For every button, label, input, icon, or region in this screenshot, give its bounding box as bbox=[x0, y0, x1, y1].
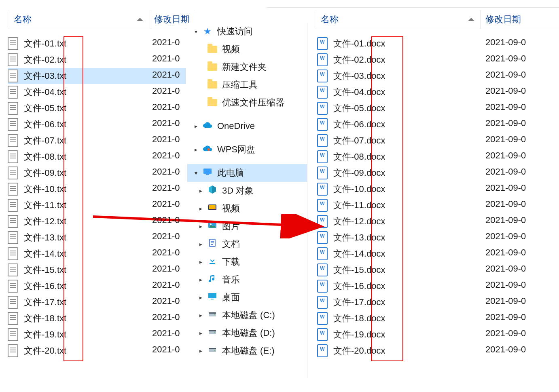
disk-drive-icon bbox=[208, 309, 217, 321]
file-name: 文件-08.txt bbox=[24, 151, 66, 163]
file-date: 2021-0 bbox=[152, 247, 180, 258]
chevron-right-icon[interactable]: ▸ bbox=[196, 222, 205, 231]
pictures-icon bbox=[208, 220, 217, 232]
txt-file-icon bbox=[8, 183, 18, 195]
docx-file-icon bbox=[317, 54, 328, 66]
txt-file-icon bbox=[8, 86, 18, 98]
chevron-right-icon[interactable]: ▸ bbox=[196, 186, 205, 195]
txt-file-icon bbox=[8, 167, 18, 179]
chevron-right-icon[interactable]: ▸ bbox=[196, 346, 205, 355]
tree-item[interactable]: ▸视频 bbox=[187, 200, 307, 217]
docx-file-icon bbox=[317, 102, 328, 114]
chevron-right-icon[interactable]: ▸ bbox=[196, 311, 205, 320]
tree-item-label: 快速访问 bbox=[217, 25, 253, 38]
column-header-label: 修改日期 bbox=[154, 13, 190, 25]
file-name: 文件-08.docx bbox=[333, 151, 385, 163]
disk-drive-icon bbox=[208, 345, 217, 357]
file-date: 2021-0 bbox=[152, 312, 180, 322]
file-name: 文件-16.docx bbox=[333, 280, 385, 292]
tree-item[interactable]: ▸3D 对象 bbox=[187, 182, 307, 200]
music-icon bbox=[208, 274, 217, 286]
desktop-icon bbox=[208, 291, 217, 303]
tree-item-label: 下载 bbox=[222, 256, 240, 268]
txt-file-icon bbox=[8, 232, 18, 244]
svg-rect-18 bbox=[209, 330, 216, 331]
column-header-name-right[interactable]: 名称 bbox=[315, 10, 481, 29]
txt-file-icon bbox=[8, 38, 18, 50]
file-date: 2021-09-0 bbox=[485, 166, 526, 177]
file-name: 文件-04.docx bbox=[333, 86, 385, 98]
docx-file-icon bbox=[317, 296, 328, 308]
tree-item[interactable]: ▸下载 bbox=[187, 253, 307, 271]
tree-item[interactable]: ▾★快速访问 bbox=[187, 23, 307, 40]
file-date: 2021-09-0 bbox=[485, 296, 526, 306]
tree-item-label: 本地磁盘 (E:) bbox=[222, 345, 275, 357]
file-name: 文件-20.txt bbox=[24, 345, 66, 357]
chevron-down-icon[interactable]: ▾ bbox=[191, 169, 200, 177]
file-date: 2021-0 bbox=[152, 199, 180, 209]
file-date: 2021-09-0 bbox=[485, 312, 526, 322]
tree-item-label: OneDrive bbox=[217, 121, 255, 131]
file-name: 文件-17.txt bbox=[24, 296, 66, 308]
file-name: 文件-11.txt bbox=[24, 199, 66, 211]
chevron-right-icon[interactable]: ▸ bbox=[196, 240, 205, 249]
file-name: 文件-06.docx bbox=[333, 118, 385, 131]
tree-item[interactable]: ▸音乐 bbox=[187, 271, 307, 289]
tree-item-label: 此电脑 bbox=[217, 167, 244, 179]
chevron-down-icon[interactable]: ▾ bbox=[191, 27, 200, 36]
file-date: 2021-09-0 bbox=[485, 344, 526, 355]
file-date: 2021-0 bbox=[152, 328, 180, 339]
file-date: 2021-09-0 bbox=[485, 247, 526, 258]
tree-item[interactable]: ▸本地磁盘 (E:) bbox=[187, 342, 307, 360]
txt-file-icon bbox=[8, 215, 18, 228]
file-date: 2021-0 bbox=[152, 263, 180, 274]
tree-item[interactable]: ▾此电脑 bbox=[187, 164, 307, 182]
column-header-date-right[interactable]: 修改日期 bbox=[480, 10, 559, 29]
tree-item[interactable]: 优速文件压缩器 bbox=[187, 94, 307, 112]
txt-file-icon bbox=[8, 264, 18, 276]
docx-file-icon bbox=[317, 70, 328, 82]
tree-item[interactable]: ▸本地磁盘 (D:) bbox=[187, 324, 307, 342]
file-date: 2021-0 bbox=[152, 215, 180, 226]
tree-item[interactable]: ▸WPS网盘 bbox=[187, 141, 307, 158]
tree-item[interactable]: ▸OneDrive bbox=[187, 117, 307, 135]
column-header-name-left[interactable]: 名称 bbox=[8, 10, 149, 29]
svg-rect-2 bbox=[206, 174, 209, 175]
tree-item[interactable]: 新建文件夹 bbox=[187, 58, 307, 76]
chevron-right-icon[interactable]: ▸ bbox=[191, 122, 200, 131]
file-name: 文件-16.txt bbox=[24, 280, 66, 292]
tree-item[interactable]: 压缩工具 bbox=[187, 76, 307, 94]
chevron-right-icon[interactable]: ▸ bbox=[196, 204, 205, 213]
chevron-right-icon[interactable]: ▸ bbox=[196, 257, 205, 266]
file-name: 文件-14.docx bbox=[333, 248, 385, 260]
file-name: 文件-07.docx bbox=[333, 135, 385, 147]
svg-rect-4 bbox=[209, 205, 216, 209]
docx-file-icon bbox=[317, 280, 328, 292]
file-name: 文件-20.docx bbox=[333, 345, 385, 357]
file-date: 2021-09-0 bbox=[485, 280, 526, 290]
chevron-right-icon[interactable]: ▸ bbox=[191, 145, 200, 154]
file-date: 2021-09-0 bbox=[485, 263, 526, 274]
file-name: 文件-06.txt bbox=[24, 118, 66, 131]
docx-file-icon bbox=[317, 151, 328, 163]
file-date: 2021-0 bbox=[152, 70, 180, 80]
folder-icon bbox=[208, 99, 217, 106]
tree-item-label: WPS网盘 bbox=[217, 143, 255, 156]
file-name: 文件-13.docx bbox=[333, 232, 385, 244]
file-name: 文件-15.txt bbox=[24, 264, 66, 276]
chevron-right-icon[interactable]: ▸ bbox=[196, 329, 205, 337]
address-bar[interactable] bbox=[267, 0, 559, 8]
chevron-right-icon[interactable]: ▸ bbox=[196, 293, 205, 302]
docx-file-icon bbox=[317, 135, 328, 147]
tree-item[interactable]: 视频 bbox=[187, 40, 307, 58]
tree-item[interactable]: ▸本地磁盘 (C:) bbox=[187, 306, 307, 324]
tree-item[interactable]: ▸文档 bbox=[187, 235, 307, 253]
tree-item[interactable]: ▸图片 bbox=[187, 217, 307, 235]
txt-file-icon bbox=[8, 312, 18, 325]
file-name: 文件-12.txt bbox=[24, 215, 66, 228]
file-name: 文件-07.txt bbox=[24, 135, 66, 147]
file-date: 2021-09-0 bbox=[485, 328, 526, 339]
chevron-right-icon[interactable]: ▸ bbox=[196, 275, 205, 284]
tree-item-label: 音乐 bbox=[222, 274, 240, 286]
tree-item[interactable]: ▸桌面 bbox=[187, 289, 307, 306]
